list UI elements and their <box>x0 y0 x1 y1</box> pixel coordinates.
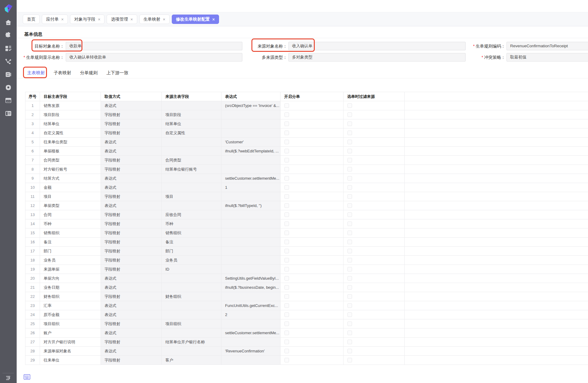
tab-选项管理[interactable]: 选项管理× <box>107 15 137 24</box>
collapse-sidebar-icon[interactable] <box>4 375 13 382</box>
split-order-checkbox[interactable] <box>284 176 289 181</box>
column-header: 取值方式 <box>101 92 162 101</box>
tab-首页[interactable]: 首页 <box>23 15 40 24</box>
filter-source-cell <box>344 201 405 210</box>
split-order-checkbox[interactable] <box>284 112 289 117</box>
split-order-checkbox[interactable] <box>284 258 289 262</box>
filter-source-checkbox[interactable] <box>347 194 352 199</box>
app-logo-icon[interactable] <box>3 4 14 13</box>
split-order-checkbox[interactable] <box>284 294 289 299</box>
split-order-cell <box>281 338 344 347</box>
filter-source-checkbox[interactable] <box>347 340 352 344</box>
close-icon[interactable]: × <box>163 17 165 22</box>
split-order-checkbox[interactable] <box>284 276 289 281</box>
filter-source-checkbox[interactable] <box>347 149 352 153</box>
plugin-icon[interactable] <box>0 29 17 42</box>
components-icon[interactable] <box>0 42 17 55</box>
tab-生单映射[interactable]: 生单映射× <box>139 15 170 24</box>
split-order-checkbox[interactable] <box>284 358 289 362</box>
filter-source-checkbox[interactable] <box>347 231 352 235</box>
split-order-checkbox[interactable] <box>284 249 289 253</box>
target-field-cell: 结算方式 <box>40 174 101 183</box>
expression-cell: ifnull($.?businessDate, begin... <box>221 283 281 292</box>
report-icon[interactable] <box>0 68 17 81</box>
filter-source-checkbox[interactable] <box>347 221 352 226</box>
split-order-checkbox[interactable] <box>284 231 289 235</box>
tab-对象与字段[interactable]: 对象与字段× <box>70 15 105 24</box>
spacer-cell <box>405 201 588 210</box>
split-order-checkbox[interactable] <box>284 158 289 162</box>
close-icon[interactable]: × <box>98 17 100 22</box>
filter-source-checkbox[interactable] <box>347 176 352 181</box>
split-order-checkbox[interactable] <box>284 221 289 226</box>
split-order-checkbox[interactable] <box>284 285 289 290</box>
relation-icon[interactable] <box>0 55 17 68</box>
filter-source-checkbox[interactable] <box>347 249 352 253</box>
filter-source-checkbox[interactable] <box>347 103 352 108</box>
split-order-checkbox[interactable] <box>284 167 289 172</box>
split-order-checkbox[interactable] <box>284 131 289 135</box>
close-icon[interactable]: × <box>130 17 133 22</box>
filter-source-checkbox[interactable] <box>347 258 352 262</box>
split-order-checkbox[interactable] <box>284 122 289 126</box>
filter-source-checkbox[interactable] <box>347 276 352 281</box>
filter-source-checkbox[interactable] <box>347 112 352 117</box>
filter-source-checkbox[interactable] <box>347 349 352 353</box>
split-order-checkbox[interactable] <box>284 185 289 190</box>
method-cell: 表达式 <box>101 301 162 310</box>
split-order-checkbox[interactable] <box>284 267 289 271</box>
source-object-field[interactable]: 收入确认单 <box>288 42 466 50</box>
split-order-checkbox[interactable] <box>284 303 289 308</box>
filter-source-checkbox[interactable] <box>347 240 352 244</box>
filter-source-checkbox[interactable] <box>347 331 352 335</box>
console-icon[interactable]: </> <box>0 94 17 107</box>
close-icon[interactable]: × <box>212 17 215 22</box>
filter-source-checkbox[interactable] <box>347 131 352 135</box>
split-order-checkbox[interactable] <box>284 349 289 353</box>
filter-source-checkbox[interactable] <box>347 294 352 299</box>
home-icon[interactable] <box>0 16 17 29</box>
filter-source-cell <box>344 328 405 338</box>
split-order-checkbox[interactable] <box>284 149 289 153</box>
tab-应付单[interactable]: 应付单× <box>42 15 68 24</box>
split-order-checkbox[interactable] <box>284 321 289 326</box>
tab-修改生单映射配置[interactable]: 修改生单映射配置× <box>172 15 219 24</box>
filter-source-checkbox[interactable] <box>347 158 352 162</box>
filter-source-checkbox[interactable] <box>347 167 352 172</box>
split-order-checkbox[interactable] <box>284 212 289 217</box>
conflict-strategy-field[interactable]: 取最初值 <box>507 53 588 62</box>
filter-source-cell <box>344 165 405 174</box>
subtab-子表映射[interactable]: 子表映射 <box>54 70 71 76</box>
filter-source-checkbox[interactable] <box>347 212 352 217</box>
multi-source-type-field[interactable]: 多对象类型 <box>288 53 466 62</box>
split-order-checkbox[interactable] <box>284 340 289 344</box>
split-order-checkbox[interactable] <box>284 312 289 317</box>
subtab-上下游一致[interactable]: 上下游一致 <box>106 70 128 76</box>
split-order-cell <box>281 192 344 201</box>
subtab-主表映射[interactable]: 主表映射 <box>27 70 45 76</box>
split-order-checkbox[interactable] <box>284 140 289 144</box>
split-order-checkbox[interactable] <box>284 203 289 208</box>
split-order-checkbox[interactable] <box>284 331 289 335</box>
filter-source-checkbox[interactable] <box>347 321 352 326</box>
filter-source-checkbox[interactable] <box>347 140 352 144</box>
target-object-field[interactable]: 收款单 <box>66 42 242 50</box>
rule-code-field[interactable]: RevenueConfirmationToReceipt <box>507 42 588 50</box>
filter-source-checkbox[interactable] <box>347 285 352 290</box>
subtab-分单规则[interactable]: 分单规则 <box>80 70 98 76</box>
filter-source-checkbox[interactable] <box>347 185 352 190</box>
filter-source-checkbox[interactable] <box>347 312 352 317</box>
split-order-checkbox[interactable] <box>284 103 289 108</box>
split-order-checkbox[interactable] <box>284 194 289 199</box>
keyboard-shortcut-icon[interactable] <box>24 374 30 380</box>
filter-source-checkbox[interactable] <box>347 122 352 126</box>
rule-display-name-field[interactable]: 收入确认单转收款单 <box>66 53 242 62</box>
gear-icon[interactable] <box>0 81 17 94</box>
filter-source-checkbox[interactable] <box>347 358 352 362</box>
filter-source-checkbox[interactable] <box>347 267 352 271</box>
filter-source-checkbox[interactable] <box>347 303 352 308</box>
filter-source-checkbox[interactable] <box>347 203 352 208</box>
layout-icon[interactable] <box>0 107 17 120</box>
split-order-checkbox[interactable] <box>284 240 289 244</box>
close-icon[interactable]: × <box>61 17 64 22</box>
